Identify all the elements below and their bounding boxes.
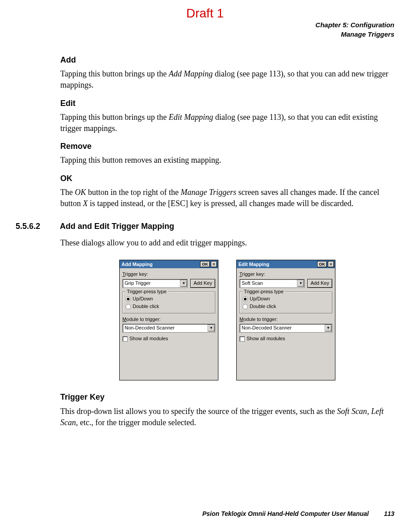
trigger-press-type-group: Trigger-press type Up/Down Double click — [239, 291, 332, 313]
dialog-add-mapping: Add Mapping OK × Trigger key: Grip Trigg… — [119, 260, 218, 380]
em-add-mapping: Add Mapping — [169, 69, 213, 78]
para-edit: Tapping this button brings up the Edit M… — [60, 112, 394, 134]
show-all-modules-checkbox[interactable]: Show all modules — [122, 335, 215, 342]
module-label: Module to trigger: — [122, 316, 215, 323]
radio-label: Up/Down — [250, 296, 270, 302]
radio-double-click[interactable]: Double click — [243, 303, 329, 310]
radio-label: Double click — [250, 303, 276, 310]
para-subsection-intro: These dialogs allow you to add and edit … — [60, 237, 394, 249]
trigger-key-dropdown[interactable]: Soft Scan ▼ — [239, 279, 305, 288]
dialog-edit-mapping: Edit Mapping OK × Trigger key: Soft Scan… — [236, 260, 335, 380]
text: , — [367, 407, 371, 416]
text: button in the top right of the — [86, 188, 181, 197]
chapter-line-2: Manage Triggers — [16, 30, 394, 39]
em-ok: OK — [75, 188, 86, 197]
radio-label: Double click — [133, 303, 159, 310]
group-legend: Trigger-press type — [126, 288, 168, 295]
em-edit-mapping: Edit Mapping — [169, 113, 213, 122]
para-remove: Tapping this button removes an existing … — [60, 155, 394, 166]
module-label: Module to trigger: — [239, 316, 332, 323]
text: is tapped instead, or the [ESC] key is p… — [88, 199, 354, 208]
radio-icon — [243, 304, 248, 309]
module-dropdown[interactable]: Non-Decoded Scanner ▼ — [122, 324, 215, 333]
trigger-key-dropdown[interactable]: Grip Trigger ▼ — [122, 279, 188, 288]
chapter-heading: Chapter 5: Configuration Manage Triggers — [16, 20, 394, 39]
ok-button[interactable]: OK — [317, 261, 327, 267]
radio-double-click[interactable]: Double click — [126, 303, 212, 310]
chevron-down-icon[interactable]: ▼ — [297, 280, 304, 287]
add-key-button[interactable]: Add Key — [190, 279, 215, 288]
title-text: Add Mapping — [121, 261, 153, 268]
para-ok: The OK button in the top right of the Ma… — [60, 187, 394, 209]
trigger-key-label: Trigger key: — [122, 271, 215, 278]
text: Tapping this button brings up the — [60, 69, 169, 78]
text: This drop-down list allows you to specif… — [60, 407, 337, 416]
close-button[interactable]: × — [328, 261, 334, 267]
page-number: 113 — [384, 510, 394, 517]
heading-edit: Edit — [60, 98, 394, 109]
checkbox-icon — [122, 336, 128, 342]
show-all-modules-checkbox[interactable]: Show all modules — [239, 335, 332, 342]
close-button[interactable]: × — [211, 261, 217, 267]
module-dropdown[interactable]: Non-Decoded Scanner ▼ — [239, 324, 332, 333]
para-trigger-key: This drop-down list allows you to specif… — [60, 406, 394, 428]
footer-text: Psion Teklogix Omnii Hand-Held Computer … — [202, 510, 369, 517]
heading-add: Add — [60, 55, 394, 66]
text: , etc., for the trigger module selected. — [76, 418, 196, 427]
section-number: 5.5.6.2 — [16, 221, 49, 232]
radio-up-down[interactable]: Up/Down — [126, 296, 212, 302]
dialog-screenshots: Add Mapping OK × Trigger key: Grip Trigg… — [60, 260, 394, 380]
trigger-press-type-group: Trigger-press type Up/Down Double click — [122, 291, 215, 313]
em-soft-scan: Soft Scan — [337, 407, 367, 416]
group-legend: Trigger-press type — [243, 288, 285, 295]
text: The — [60, 188, 75, 197]
radio-icon — [126, 296, 131, 302]
radio-label: Up/Down — [133, 296, 153, 302]
text: Tapping this button brings up the — [60, 113, 169, 122]
chevron-down-icon[interactable]: ▼ — [180, 280, 187, 287]
section-title: Add and Edit Trigger Mapping — [60, 221, 174, 232]
em-manage-triggers: Manage Triggers — [180, 188, 236, 197]
checkbox-icon — [239, 336, 245, 342]
combo-value: Non-Decoded Scanner — [242, 325, 292, 331]
chevron-down-icon[interactable]: ▼ — [208, 325, 215, 332]
titlebar: Add Mapping OK × — [120, 260, 218, 268]
trigger-key-label: Trigger key: — [239, 271, 332, 278]
combo-value: Soft Scan — [242, 280, 263, 287]
chevron-down-icon[interactable]: ▼ — [325, 325, 332, 332]
radio-icon — [243, 296, 248, 302]
page-footer: Psion Teklogix Omnii Hand-Held Computer … — [202, 510, 394, 519]
add-key-button[interactable]: Add Key — [307, 279, 332, 288]
heading-ok: OK — [60, 173, 394, 184]
checkbox-label: Show all modules — [247, 335, 285, 342]
checkbox-label: Show all modules — [130, 335, 168, 342]
combo-value: Non-Decoded Scanner — [125, 325, 175, 331]
titlebar: Edit Mapping OK × — [237, 260, 335, 268]
radio-icon — [126, 304, 131, 309]
ok-button[interactable]: OK — [200, 261, 210, 267]
title-text: Edit Mapping — [238, 261, 269, 268]
heading-trigger-key: Trigger Key — [60, 392, 394, 403]
em-x: X — [83, 199, 88, 208]
heading-remove: Remove — [60, 141, 394, 152]
combo-value: Grip Trigger — [125, 280, 151, 287]
para-add: Tapping this button brings up the Add Ma… — [60, 68, 394, 91]
radio-up-down[interactable]: Up/Down — [243, 296, 329, 302]
draft-watermark: Draft 1 — [0, 4, 410, 22]
